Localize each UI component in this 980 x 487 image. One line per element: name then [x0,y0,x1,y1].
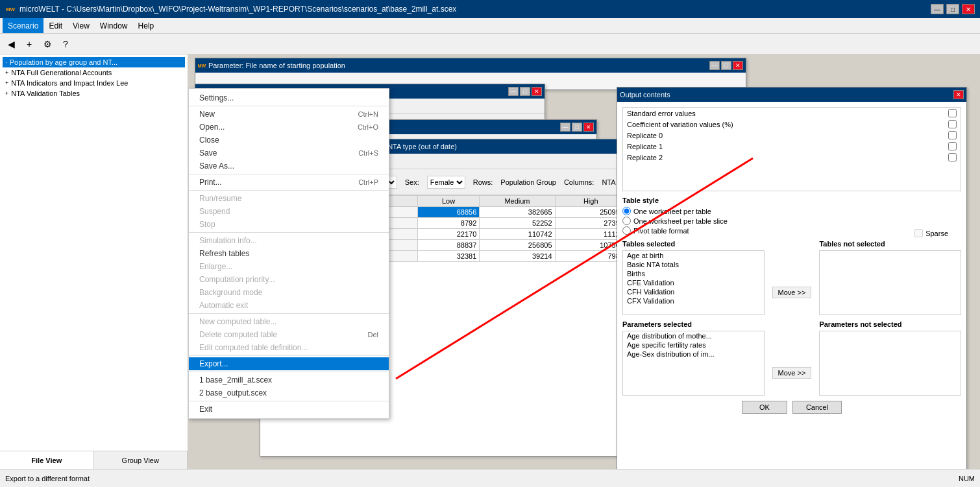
cell-child-low[interactable]: 68856 [417,207,480,218]
menu-recent-2[interactable]: 2 base_output.scex [189,386,389,399]
menu-window[interactable]: Window [95,18,133,33]
radio-input-one-per-slice[interactable] [622,217,631,225]
output-item-standard-error[interactable]: Standard error values [623,108,961,119]
table-item-age-at-birth[interactable]: Age at birth [623,251,764,260]
output-item-label-standard-error: Standard error values [627,110,696,117]
nta-basic-minimize[interactable]: — [508,87,519,96]
output-checkbox-coefficient[interactable] [948,120,957,128]
minimize-btn[interactable]: — [931,4,944,14]
menu-close[interactable]: Close [189,134,389,147]
output-checkbox-replicate0[interactable] [948,131,957,139]
ok-button[interactable]: OK [742,401,787,414]
sparse-checkbox[interactable] [914,229,923,237]
table-item-cfx[interactable]: CFX Validation [623,296,764,305]
menu-recent-1[interactable]: 1 base_2mill_at.scex [189,374,389,386]
window-controls[interactable]: — □ ✕ [931,4,975,14]
tree-item-nta-full[interactable]: + NTA Full Generational Accounts [3,67,185,78]
cell-adult2659-high[interactable]: 107505 [555,240,626,251]
nta-age-minimize[interactable]: — [560,123,570,132]
nta-basic-restore[interactable]: □ [520,87,530,96]
param-controls[interactable]: — □ ✕ [709,61,743,70]
params-selected-list[interactable]: Age distribution of mothe... Age specifi… [622,331,765,396]
menu-help[interactable]: Help [133,18,160,33]
title-bar: MW microWELT - C:\Users\Martin\Dropbox\_… [0,0,980,18]
cancel-button[interactable]: Cancel [792,401,842,414]
tab-group-view[interactable]: Group View [94,451,188,469]
menu-view[interactable]: View [67,18,95,33]
move-params-btn[interactable]: Move >> [772,367,812,379]
sparse-checkbox-item[interactable]: Sparse [914,229,961,237]
radio-one-worksheet-per-slice[interactable]: One worksheet per table slice [622,217,728,225]
cell-child-medium[interactable]: 382665 [480,207,555,218]
table-item-basic-nta[interactable]: Basic NTA totals [623,260,764,269]
output-item-replicate0[interactable]: Replicate 0 [623,130,961,141]
menu-exit[interactable]: Exit [189,403,389,416]
menu-new[interactable]: NewCtrl+N [189,108,389,121]
output-checkbox-standard-error[interactable] [948,109,957,117]
toolbar-help-btn[interactable]: ? [57,36,74,52]
output-list[interactable]: Standard error values Coefficient of var… [622,107,961,191]
sex-select[interactable]: Female [427,176,465,189]
menu-print[interactable]: Print...Ctrl+P [189,176,389,189]
cell-nonstudent-high[interactable]: 11121 [555,229,626,240]
output-controls[interactable]: ✕ [953,90,964,99]
toolbar-plus-btn[interactable]: + [21,36,38,52]
close-btn[interactable]: ✕ [962,4,975,14]
cell-nonstudent-low[interactable]: 22170 [417,229,480,240]
cell-student-high[interactable]: 27396 [555,218,626,229]
toolbar-settings-btn[interactable]: ⚙ [39,36,56,52]
maximize-btn[interactable]: □ [946,4,959,14]
table-item-births[interactable]: Births [623,269,764,278]
output-close[interactable]: ✕ [953,90,964,99]
cell-student-low[interactable]: 8792 [417,218,480,229]
cell-child-high[interactable]: 250955 [555,207,626,218]
output-item-replicate1[interactable]: Replicate 1 [623,141,961,152]
params-selected-title: Parameters selected [622,320,765,328]
menu-save-as[interactable]: Save As... [189,160,389,172]
cell-adult60plus-high[interactable]: 7980 [555,251,626,262]
table-item-cfh[interactable]: CFH Validation [623,287,764,296]
output-checkbox-replicate2[interactable] [948,153,957,161]
param-item-age-dist[interactable]: Age distribution of mothe... [623,331,764,340]
nta-age-restore[interactable]: □ [572,123,582,132]
nta-age-close[interactable]: ✕ [583,123,594,132]
param-item-age-fertility[interactable]: Age specific fertility rates [623,340,764,350]
cell-adult2659-low[interactable]: 88837 [417,240,480,251]
params-not-selected-list[interactable] [819,331,961,396]
menu-refresh-tables[interactable]: Refresh tables [189,247,389,260]
output-item-coefficient[interactable]: Coefficient of variation values (%) [623,119,961,130]
param-close[interactable]: ✕ [733,61,743,70]
radio-input-one-per-table[interactable] [622,207,631,215]
cell-adult2659-medium[interactable]: 256805 [480,240,555,251]
nta-basic-controls[interactable]: — □ ✕ [508,87,542,96]
menu-edit[interactable]: Edit [43,18,67,33]
table-item-cfe[interactable]: CFE Validation [623,278,764,287]
nta-age-controls[interactable]: — □ ✕ [560,123,594,132]
param-item-age-sex-dist[interactable]: Age-Sex distribution of im... [623,350,764,359]
menu-save[interactable]: SaveCtrl+S [189,147,389,160]
tree-item-nta-indicators[interactable]: + NTA Indicators and Impact Index Lee [3,78,185,88]
tables-selected-list[interactable]: Age at birth Basic NTA totals Births CFE… [622,250,765,315]
radio-one-worksheet-per-table[interactable]: One worksheet per table [622,207,728,215]
tables-not-selected-list[interactable] [819,250,961,315]
menu-scenario[interactable]: Scenario [3,18,43,33]
menu-export[interactable]: Export... [189,357,389,370]
toolbar-back-btn[interactable]: ◀ [3,36,19,52]
menu-settings[interactable]: Settings... [189,91,389,104]
move-tables-btn[interactable]: Move >> [772,287,812,298]
tab-file-view[interactable]: File View [0,451,94,469]
cell-student-medium[interactable]: 52252 [480,218,555,229]
output-checkbox-replicate1[interactable] [948,142,957,150]
cell-adult60plus-medium[interactable]: 39214 [480,251,555,262]
cell-adult60plus-low[interactable]: 32381 [417,251,480,262]
param-restore[interactable]: □ [721,61,731,70]
param-minimize[interactable]: — [709,61,720,70]
tree-item-population[interactable]: · Population by age group and NT... [3,57,185,67]
tree-item-nta-validation[interactable]: + NTA Validation Tables [3,88,185,99]
nta-basic-close[interactable]: ✕ [532,87,542,96]
menu-open[interactable]: Open...Ctrl+O [189,121,389,134]
radio-input-pivot[interactable] [622,226,631,235]
cell-nonstudent-medium[interactable]: 110742 [480,229,555,240]
radio-pivot-table[interactable]: Pivot table format [622,226,728,235]
output-item-replicate2[interactable]: Replicate 2 [623,152,961,163]
